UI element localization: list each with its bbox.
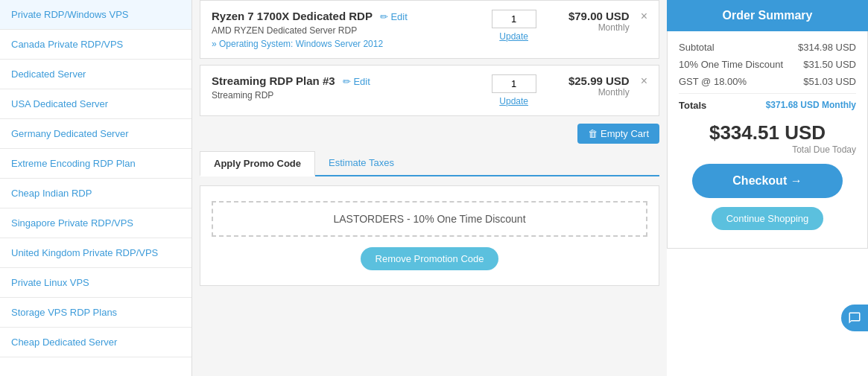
sidebar-item-private-linux[interactable]: Private Linux VPS [0, 268, 191, 298]
totals-label: Totals [679, 100, 706, 111]
sidebar-item-usa-dedicated[interactable]: USA Dedicated Server [0, 89, 191, 119]
qty-box: Update [488, 74, 540, 106]
sidebar-item-dedicated-server[interactable]: Dedicated Server [0, 60, 191, 89]
qty-input[interactable] [492, 74, 536, 93]
sidebar-item-uk-rdp[interactable]: United Kingdom Private RDP/VPS [0, 238, 191, 268]
totals-row: Totals $371.68 USD Monthly [679, 93, 856, 111]
edit-link[interactable]: ✏ Edit [343, 76, 370, 87]
cart-item-name: Streaming RDP Plan #3 ✏ Edit [212, 74, 481, 87]
qty-input[interactable] [492, 10, 536, 28]
tabs-row: Apply Promo CodeEstimate Taxes [200, 151, 659, 176]
remove-item-button[interactable]: × [641, 10, 647, 23]
edit-link[interactable]: ✏ Edit [380, 11, 408, 22]
sidebar-item-cheap-dedicated[interactable]: Cheap Dedicated Server [0, 328, 191, 357]
cart-item-desc: AMD RYZEN Dedicated Server RDP [212, 25, 481, 36]
sidebar-item-germany-dedicated[interactable]: Germany Dedicated Server [0, 119, 191, 149]
sidebar: Private RDP/Windows VPSCanada Private RD… [0, 0, 192, 376]
subtotal-label: Subtotal [679, 42, 715, 53]
order-summary-header: Order Summary [667, 0, 868, 31]
gst-row: GST @ 18.00% $51.03 USD [679, 76, 856, 87]
empty-cart-row: 🗑 Empty Cart [200, 124, 659, 144]
qty-update-button[interactable]: Update [499, 96, 528, 106]
cart-item-item1: Ryzen 7 1700X Dedicated RDP ✏ Edit AMD R… [200, 0, 659, 59]
sidebar-item-storage-vps[interactable]: Storage VPS RDP Plans [0, 298, 191, 328]
cart-item-desc: Streaming RDP [212, 90, 481, 101]
sidebar-item-singapore-rdp[interactable]: Singapore Private RDP/VPS [0, 208, 191, 238]
sidebar-item-private-rdp[interactable]: Private RDP/Windows VPS [0, 0, 191, 30]
main-content: Ryzen 7 1700X Dedicated RDP ✏ Edit AMD R… [192, 0, 667, 376]
promo-applied-text: LASTORDERS - 10% One Time Discount [212, 201, 647, 237]
gst-label: GST @ 18.00% [679, 76, 747, 87]
total-due-label: Total Due Today [679, 144, 856, 155]
total-due-section: $334.51 USD Total Due Today [679, 121, 856, 155]
continue-shopping-button[interactable]: Continue Shopping [712, 207, 824, 230]
summary-body: Subtotal $314.98 USD 10% One Time Discou… [667, 31, 868, 249]
remove-item-button[interactable]: × [641, 74, 647, 88]
totals-value: $371.68 USD Monthly [766, 100, 856, 111]
price-amount: $79.00 USD [548, 10, 630, 22]
price-amount: $25.99 USD [548, 74, 630, 87]
discount-label: 10% One Time Discount [679, 59, 783, 70]
tab-taxes[interactable]: Estimate Taxes [315, 151, 408, 175]
order-summary: Order Summary Subtotal $314.98 USD 10% O… [667, 0, 868, 376]
cart-item-item2: Streaming RDP Plan #3 ✏ Edit Streaming R… [200, 65, 659, 116]
cart-item-price: $79.00 USD Monthly [548, 10, 630, 33]
empty-cart-button[interactable]: 🗑 Empty Cart [577, 124, 659, 144]
subtotal-row: Subtotal $314.98 USD [679, 42, 856, 53]
sidebar-item-extreme-encoding[interactable]: Extreme Encoding RDP Plan [0, 149, 191, 179]
subtotal-value: $314.98 USD [798, 42, 856, 53]
sidebar-item-canada-rdp[interactable]: Canada Private RDP/VPS [0, 30, 191, 60]
qty-box: Update [488, 10, 540, 42]
cart-item-name: Ryzen 7 1700X Dedicated RDP ✏ Edit [212, 10, 481, 22]
price-period: Monthly [548, 22, 630, 33]
price-period: Monthly [548, 87, 630, 98]
sidebar-item-cheap-indian[interactable]: Cheap Indian RDP [0, 179, 191, 208]
promo-section: LASTORDERS - 10% One Time Discount Remov… [200, 185, 659, 286]
discount-row: 10% One Time Discount $31.50 USD [679, 59, 856, 70]
checkout-button[interactable]: Checkout → [692, 164, 843, 198]
cart-item-os: » Operating System: Windows Server 2012 [212, 39, 481, 49]
total-due-amount: $334.51 USD [679, 121, 856, 144]
remove-promo-button[interactable]: Remove Promotion Code [361, 247, 499, 270]
chat-icon[interactable] [841, 305, 868, 331]
discount-value: $31.50 USD [803, 59, 856, 70]
qty-update-button[interactable]: Update [499, 31, 528, 42]
cart-item-price: $25.99 USD Monthly [548, 74, 630, 98]
tab-promo[interactable]: Apply Promo Code [200, 151, 315, 176]
gst-value: $51.03 USD [803, 76, 856, 87]
